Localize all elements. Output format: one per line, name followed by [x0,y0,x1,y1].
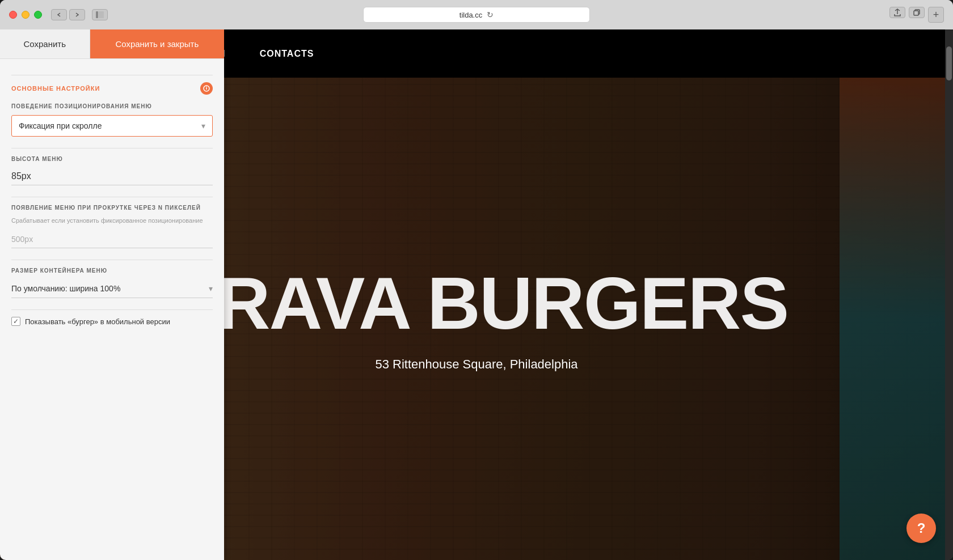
save-close-button[interactable]: Сохранить и закрыть [90,29,224,58]
section-icon[interactable] [200,82,213,95]
svg-point-5 [206,86,206,87]
divider-4 [11,309,213,310]
container-label: РАЗМЕР КОНТЕЙНЕРА МЕНЮ [11,267,213,275]
burger-checkbox-label: Показывать «бургер» в мобильной версии [25,317,170,326]
forward-button[interactable] [69,9,85,20]
scrollbar-thumb[interactable] [946,46,952,80]
height-field-group: ВЫСОТА МЕНЮ 85px [11,155,213,185]
svg-rect-1 [99,11,104,18]
nav-item-contacts[interactable]: CONTACTS [260,49,314,59]
editor-toolbar: Сохранить Сохранить и закрыть [0,29,224,59]
positioning-field-group: ПОВЕДЕНИЕ ПОЗИЦИОНИРОВАНИЯ МЕНЮ Фиксация… [11,103,213,137]
height-input-row: 85px [11,168,213,185]
window-actions: + [889,7,944,23]
height-value[interactable]: 85px [11,171,31,181]
minimize-traffic-light[interactable] [22,11,29,19]
checkbox-check-icon: ✓ [13,317,19,325]
container-arrow-icon: ▾ [209,284,213,293]
mac-window: tilda.cc ↻ + ABOUT MENU INSTAGRAM CONTAC… [0,0,953,560]
scroll-appear-label: ПОЯВЛЕНИЕ МЕНЮ ПРИ ПРОКРУТКЕ ЧЕРЕЗ N ПИК… [11,204,213,212]
save-button[interactable]: Сохранить [0,29,90,58]
back-button[interactable] [51,9,67,20]
scroll-appear-field-group: ПОЯВЛЕНИЕ МЕНЮ ПРИ ПРОКРУТКЕ ЧЕРЕЗ N ПИК… [11,204,213,248]
url-text: tilda.cc [459,11,482,19]
burger-checkbox[interactable]: ✓ [11,317,20,326]
panel-content: ОСНОВНЫЕ НАСТРОЙКИ ПОВЕДЕНИЕ ПОЗИЦИОНИРО… [0,59,224,560]
mac-titlebar: tilda.cc ↻ + [0,0,953,29]
section-title: ОСНОВНЫЕ НАСТРОЙКИ [11,85,100,92]
positioning-label: ПОВЕДЕНИЕ ПОЗИЦИОНИРОВАНИЯ МЕНЮ [11,103,213,111]
new-tab-button[interactable]: + [928,7,944,23]
sidebar-toggle-button[interactable] [92,9,108,20]
share-button[interactable] [889,7,905,18]
divider-2 [11,197,213,197]
dropdown-arrow-icon: ▾ [201,121,205,130]
close-traffic-light[interactable] [9,11,17,19]
reload-button[interactable]: ↻ [487,10,494,19]
divider-3 [11,260,213,260]
duplicate-button[interactable] [909,7,925,18]
container-dropdown[interactable]: По умолчанию: ширина 100% ▾ [11,279,213,298]
settings-panel: Сохранить Сохранить и закрыть ОСНОВНЫЕ Н… [0,29,224,560]
positioning-dropdown[interactable]: Фиксация при скролле ▾ [11,115,213,137]
height-label: ВЫСОТА МЕНЮ [11,155,213,163]
container-field-group: РАЗМЕР КОНТЕЙНЕРА МЕНЮ По умолчанию: шир… [11,267,213,298]
help-button[interactable]: ? [906,514,936,543]
scroll-appear-note: Срабатывает если установить фиксированно… [11,217,213,225]
section-header: ОСНОВНЫЕ НАСТРОЙКИ [11,82,213,95]
fullscreen-traffic-light[interactable] [34,11,42,19]
burger-checkbox-row[interactable]: ✓ Показывать «бургер» в мобильной версии [11,317,213,326]
main-area: ABOUT MENU INSTAGRAM CONTACTS [0,29,953,560]
scroll-appear-value[interactable]: 500px [11,235,33,244]
svg-rect-0 [96,11,98,18]
scrollbar[interactable] [945,29,953,560]
positioning-value: Фиксация при скролле [19,121,102,130]
divider-1 [11,148,213,149]
scroll-appear-input-row: 500px [11,231,213,248]
container-value: По умолчанию: ширина 100% [11,284,120,293]
url-bar[interactable]: tilda.cc ↻ [363,7,590,23]
hero-title: BRAVA BURGERS [165,266,788,340]
hero-address: 53 Rittenhouse Square, Philadelphia [375,357,577,372]
divider-top [11,75,213,75]
svg-rect-2 [914,11,918,15]
browser-nav-buttons [51,9,85,20]
